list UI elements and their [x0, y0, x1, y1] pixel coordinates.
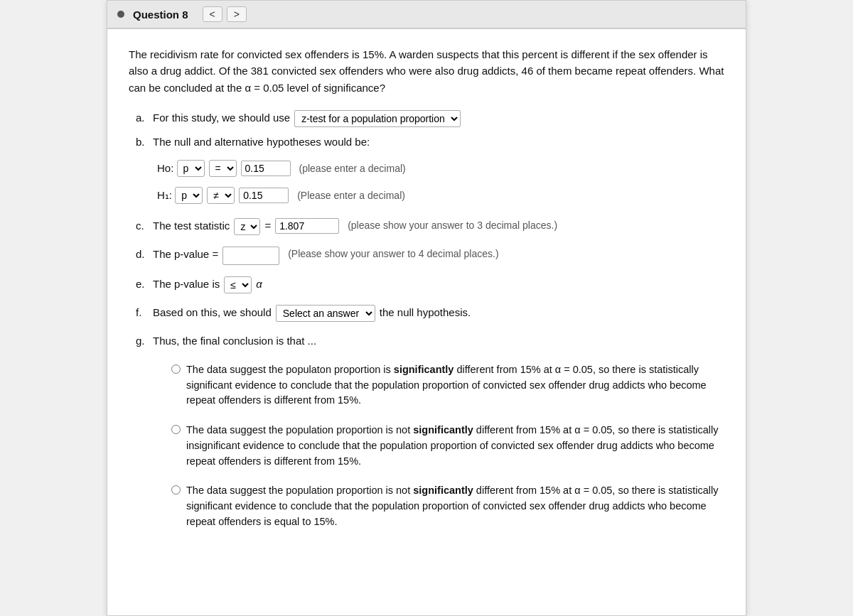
status-dot — [117, 11, 124, 18]
part-d: d. The p-value = (Please show your answe… — [136, 247, 724, 265]
part-b-text: The null and alternative hypotheses woul… — [153, 134, 370, 151]
part-e-label: e. — [136, 276, 149, 293]
part-f-text2: the null hypothesis. — [380, 305, 471, 321]
ho-row: Ho: pμ = ≠ < > (please enter a decimal) — [136, 160, 724, 177]
part-c-hint: (please show your answer to 3 decimal pl… — [348, 218, 557, 233]
conclusion-option-2: The data suggest the population proporti… — [136, 423, 724, 469]
h1-value-input[interactable] — [239, 188, 289, 203]
part-a-text1: For this study, we should use — [153, 110, 290, 126]
next-button[interactable]: > — [227, 6, 247, 22]
parts-container: a. For this study, we should use z-test … — [129, 110, 724, 530]
stat-var-select[interactable]: z t — [234, 218, 260, 235]
part-e: e. The p-value is ≤ ≥ > < α — [136, 276, 724, 293]
part-c-eq: = — [264, 218, 271, 234]
part-c-text1: The test statistic — [153, 218, 230, 234]
question-label: Question 8 — [133, 9, 188, 21]
prev-button[interactable]: < — [203, 6, 222, 22]
content-area: The recidivism rate for convicted sex of… — [107, 29, 746, 551]
pvalue-op-select[interactable]: ≤ ≥ > < — [224, 276, 252, 293]
part-d-hint: (Please show your answer to 4 decimal pl… — [288, 247, 498, 261]
test-stat-input[interactable] — [275, 218, 339, 234]
part-d-text: The p-value = — [153, 247, 218, 263]
part-e-alpha: α — [256, 276, 262, 293]
part-a: a. For this study, we should use z-test … — [136, 110, 724, 127]
part-c: c. The test statistic z t = (please show… — [136, 218, 724, 235]
ho-value-input[interactable] — [241, 161, 291, 176]
conclusion-radio-1[interactable] — [171, 364, 181, 374]
part-e-text1: The p-value is — [153, 276, 220, 293]
h1-hint: (Please enter a decimal) — [297, 190, 405, 201]
h1-row: H₁: pμ ≠ = < > (Please enter a decimal) — [136, 187, 724, 204]
part-f-text1: Based on this, we should — [153, 305, 272, 321]
part-b-label: b. — [136, 134, 149, 151]
h1-op-select[interactable]: ≠ = < > — [207, 187, 235, 204]
part-a-label: a. — [136, 110, 149, 126]
conclusion-option-1: The data suggest the populaton proportio… — [136, 362, 724, 409]
conclusion-1-text: The data suggest the populaton proportio… — [186, 362, 724, 409]
nav-arrows: < > — [203, 6, 247, 22]
conclusion-option-3: The data suggest the population proporti… — [136, 483, 724, 529]
part-b: b. The null and alternative hypotheses w… — [136, 134, 724, 151]
ho-op-select[interactable]: = ≠ < > — [209, 160, 237, 177]
part-g: g. Thus, the final conclusion is that ..… — [136, 333, 724, 350]
test-type-select[interactable]: z-test for a population proportion t-tes… — [294, 110, 461, 127]
part-f-label: f. — [136, 305, 149, 321]
conclusion-radio-2[interactable] — [171, 425, 181, 434]
part-g-label: g. — [136, 333, 149, 350]
pvalue-input-box[interactable] — [222, 247, 279, 265]
ho-label: Ho: pμ — [157, 160, 205, 177]
conclusion-2-text: The data suggest the population proporti… — [186, 423, 724, 469]
part-d-label: d. — [136, 247, 149, 263]
question-text: The recidivism rate for convicted sex of… — [129, 46, 724, 96]
ho-hint: (please enter a decimal) — [299, 163, 406, 174]
main-window: Question 8 < > The recidivism rate for c… — [107, 0, 746, 616]
answer-select[interactable]: Select an answer reject fail to reject — [276, 305, 375, 322]
conclusion-3-text: The data suggest the population proporti… — [186, 483, 724, 529]
part-g-text: Thus, the final conclusion is that ... — [153, 333, 316, 350]
part-c-label: c. — [136, 218, 149, 234]
title-bar: Question 8 < > — [107, 1, 746, 28]
ho-var-select[interactable]: pμ — [177, 160, 205, 177]
conclusion-radio-3[interactable] — [171, 485, 181, 495]
part-f: f. Based on this, we should Select an an… — [136, 305, 724, 322]
h1-label: H₁: pμ — [157, 187, 203, 204]
h1-var-select[interactable]: pμ — [175, 187, 203, 204]
